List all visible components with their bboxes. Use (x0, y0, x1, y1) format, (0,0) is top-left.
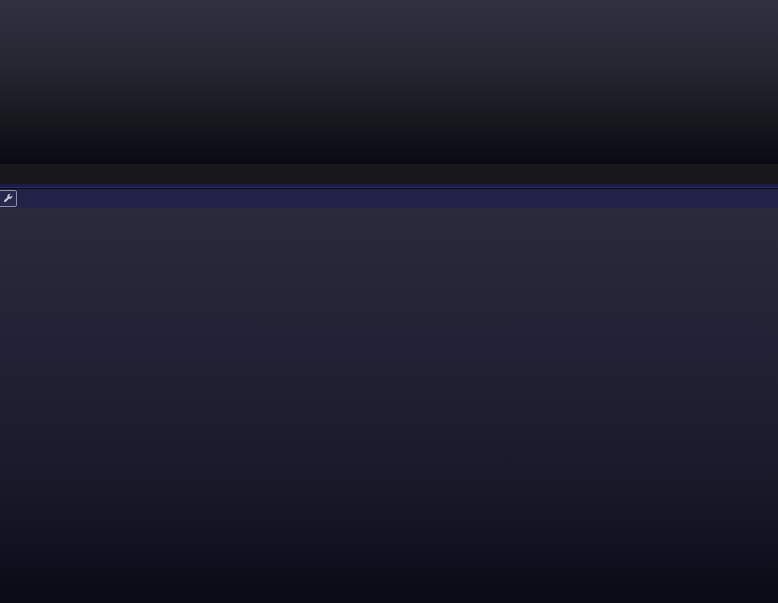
time-axis[interactable] (0, 163, 778, 184)
trading-app-window: { "app": { "watermark_text": "ProRealTim… (0, 0, 778, 603)
panel-separator (0, 184, 778, 188)
equity-curve-panel[interactable] (0, 208, 778, 603)
equity-curve-chart[interactable] (0, 208, 778, 603)
indicator-settings-button[interactable] (0, 190, 17, 207)
profit-loss-bar-chart-panel[interactable] (0, 0, 778, 163)
indicator-header-bar (0, 189, 778, 208)
profit-loss-bars-chart[interactable] (0, 0, 778, 163)
wrench-icon (2, 193, 14, 205)
